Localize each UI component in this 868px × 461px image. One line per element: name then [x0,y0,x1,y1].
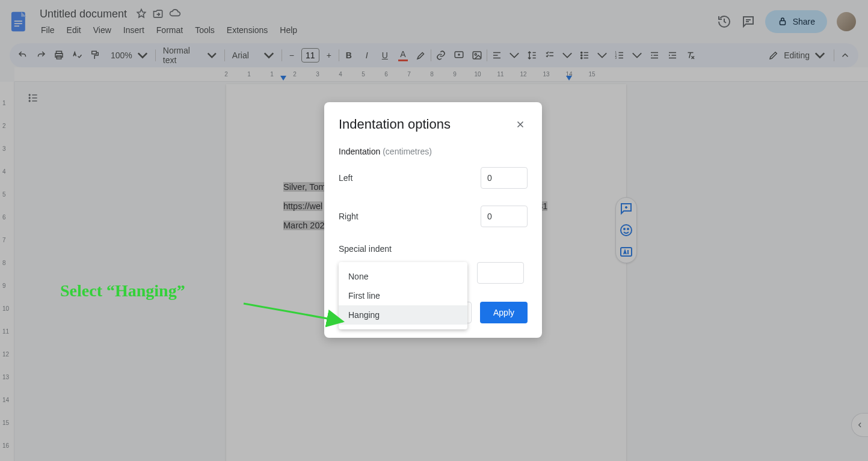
right-indent-input[interactable] [481,206,528,227]
dialog-title: Indentation options [339,117,451,132]
special-indent-dropdown: None First line Hanging [339,262,467,329]
apply-button[interactable]: Apply [480,302,528,323]
indentation-section-label: Indentation (centimetres) [339,147,528,156]
special-indent-amount-input[interactable] [477,262,524,284]
left-indent-label: Left [339,173,352,183]
option-hanging[interactable]: Hanging [339,305,467,325]
right-indent-label: Right [339,212,359,221]
close-icon[interactable] [513,117,528,132]
indentation-dialog: Indentation options Indentation (centime… [324,102,542,338]
option-none[interactable]: None [339,267,467,286]
special-indent-label: Special indent [339,244,528,254]
left-indent-input[interactable] [481,167,528,189]
option-first-line[interactable]: First line [339,286,467,305]
